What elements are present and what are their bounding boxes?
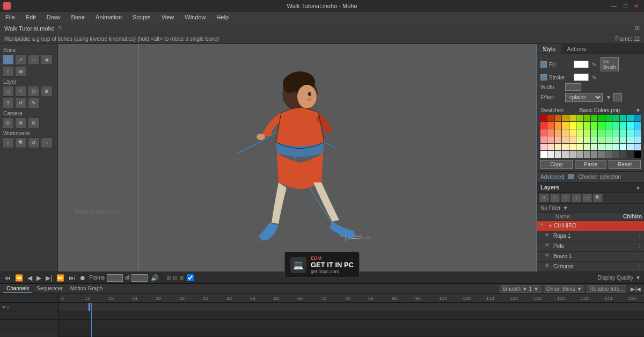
menu-item-help[interactable]: Help [214, 13, 231, 21]
color-cell-75[interactable] [576, 151, 583, 157]
volume-icon[interactable]: 🔊 [150, 274, 160, 282]
playback-next-key[interactable]: ⏩ [55, 274, 65, 282]
layer-tool-2[interactable]: + [15, 86, 27, 97]
color-cell-60[interactable] [569, 144, 576, 150]
timeline-toggle-checkbox[interactable] [187, 274, 194, 281]
copy-button[interactable]: Copy [540, 160, 573, 169]
bone-tool-1[interactable]: ↔ [2, 54, 14, 65]
color-cell-44[interactable] [555, 136, 561, 143]
tab-style[interactable]: Style [537, 44, 561, 54]
color-cell-63[interactable] [591, 144, 597, 150]
camera-tool-2[interactable]: ⊗ [15, 118, 27, 128]
checker-checkbox[interactable] [568, 174, 574, 179]
display-quality-arrow[interactable]: ▼ [635, 275, 641, 281]
layers-tool-3[interactable]: ↑ [561, 194, 570, 202]
color-cell-2[interactable] [555, 115, 561, 121]
color-cell-47[interactable] [576, 136, 583, 143]
color-cell-13[interactable] [634, 115, 641, 121]
minimize-button[interactable]: — [609, 3, 619, 9]
layer-tool-6[interactable]: ↺ [15, 98, 27, 108]
color-cell-73[interactable] [562, 151, 568, 157]
color-cell-38[interactable] [612, 129, 619, 136]
menu-item-window[interactable]: Window [182, 13, 208, 21]
playback-skip-forward[interactable]: ⏭ [68, 274, 76, 282]
canvas-area[interactable]: filenorse.com [58, 44, 537, 272]
color-cell-7[interactable] [591, 115, 597, 121]
fill-color-swatch[interactable] [574, 61, 589, 68]
layer-options-chihiro-group[interactable]: ⋮ [637, 223, 642, 229]
layer-expand-chihiro-group[interactable]: ▼ [548, 223, 553, 229]
bone-tool-6[interactable]: ⊞ [15, 66, 27, 77]
color-cell-3[interactable] [562, 115, 568, 121]
layer-tool-3[interactable]: ◎ [28, 86, 40, 97]
camera-tool-3[interactable]: ⊘ [28, 118, 40, 128]
color-cell-45[interactable] [562, 136, 568, 143]
menu-item-bone[interactable]: Bone [69, 13, 87, 21]
color-cell-15[interactable] [547, 122, 554, 128]
color-cell-81[interactable] [620, 151, 626, 157]
layer-options-cinturon[interactable]: ⋮ [637, 264, 642, 269]
color-cell-17[interactable] [562, 122, 568, 128]
playback-prev-key[interactable]: ⏪ [14, 274, 24, 282]
color-cell-59[interactable] [562, 144, 568, 150]
menu-item-scripts[interactable]: Scripts [130, 13, 153, 21]
playback-skip-back[interactable]: ⏮ [3, 274, 12, 282]
color-cell-77[interactable] [591, 151, 597, 157]
color-cell-4[interactable] [569, 115, 576, 121]
color-cell-43[interactable] [547, 136, 554, 143]
frame-input[interactable]: 12 [107, 274, 123, 282]
playback-prev-frame[interactable]: ◀ [26, 274, 33, 282]
layer-eye-pelo[interactable]: 👁 [545, 243, 552, 250]
tab-actions[interactable]: Actions [561, 44, 592, 54]
workspace-tool-3[interactable]: ↺ [28, 137, 40, 148]
layer-eye-brazo1[interactable]: 👁 [545, 253, 552, 260]
color-cell-50[interactable] [598, 136, 604, 143]
color-cell-58[interactable] [555, 144, 561, 150]
menu-item-edit[interactable]: Edit [24, 13, 38, 21]
layer-options-ropa1[interactable]: ⋮ [637, 233, 642, 239]
color-cell-19[interactable] [576, 122, 583, 128]
color-cell-57[interactable] [547, 144, 554, 150]
layers-tool-6[interactable]: 🔍 [593, 194, 603, 202]
color-cell-28[interactable] [540, 129, 547, 136]
fill-edit-icon[interactable]: ✎ [592, 62, 596, 68]
color-cell-5[interactable] [576, 115, 583, 121]
layers-tool-5[interactable]: ⋯ [582, 194, 592, 202]
menu-item-draw[interactable]: Draw [45, 13, 63, 21]
layer-options-brazo1[interactable]: ⋮ [637, 254, 642, 259]
color-cell-34[interactable] [584, 129, 590, 136]
onion-skins[interactable]: Onion Skins ▼ [544, 285, 585, 293]
color-cell-6[interactable] [584, 115, 590, 121]
color-cell-20[interactable] [584, 122, 590, 128]
menu-item-animation[interactable]: Animation [93, 13, 124, 21]
menu-item-file[interactable]: File [3, 13, 17, 21]
stroke-checkbox[interactable] [540, 74, 547, 80]
timeline-right-panel[interactable]: 6121824303642485460667278849096102108114… [59, 294, 644, 337]
breadcrumb-edit-icon[interactable]: ✎ [58, 25, 63, 32]
color-cell-68[interactable] [627, 144, 633, 150]
color-cell-37[interactable] [605, 129, 612, 136]
timeline-style-1[interactable]: ⊞ [166, 275, 171, 281]
layer-row-brazo1[interactable]: 👁Brazo 1⋮ [537, 252, 644, 262]
color-cell-51[interactable] [605, 136, 612, 143]
layer-tool-7[interactable]: ✎ [28, 98, 40, 108]
color-cell-71[interactable] [547, 151, 554, 157]
color-cell-55[interactable] [634, 136, 641, 143]
layers-collapse-icon[interactable]: ▲ [635, 184, 641, 190]
color-cell-67[interactable] [620, 144, 626, 150]
color-cell-80[interactable] [612, 151, 619, 157]
layer-row-cinturon[interactable]: 👁Cinturon⋮ [537, 262, 644, 272]
color-cell-8[interactable] [598, 115, 604, 121]
color-cell-56[interactable] [540, 144, 547, 150]
stroke-edit-icon[interactable]: ✎ [592, 75, 596, 80]
effect-select[interactable]: <plain> [565, 93, 603, 102]
color-cell-31[interactable] [562, 129, 568, 136]
camera-tool-1[interactable]: ⊙ [2, 118, 14, 128]
workspace-tool-4[interactable]: ↔ [41, 137, 53, 148]
color-cell-39[interactable] [620, 129, 626, 136]
color-cell-53[interactable] [620, 136, 626, 143]
layers-tool-4[interactable]: ↓ [572, 194, 581, 202]
timeline-style-3[interactable]: ⊠ [179, 275, 184, 281]
color-cell-46[interactable] [569, 136, 576, 143]
color-cell-18[interactable] [569, 122, 576, 128]
